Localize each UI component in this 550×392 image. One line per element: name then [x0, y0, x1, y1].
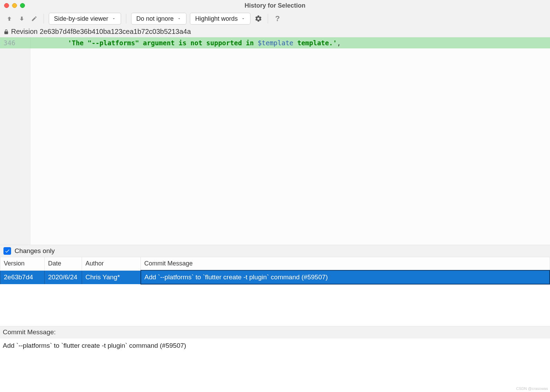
- code-token-plain: ,: [337, 39, 341, 47]
- chevron-down-icon: [241, 17, 245, 21]
- help-icon: ?: [275, 14, 279, 23]
- minimize-window-button[interactable]: [12, 3, 17, 8]
- commit-message-label: Commit Message:: [0, 326, 550, 338]
- commit-message-body: Add `--platforms` to `flutter create -t …: [0, 338, 550, 386]
- code-token-variable: $template: [258, 39, 293, 47]
- revision-hash: 2e63b7d4f8e36b410ba123cea1b72c03b5213a4a: [40, 28, 191, 36]
- close-window-button[interactable]: [4, 3, 9, 8]
- code-token-string: 'The "--platforms" argument is not suppo…: [68, 39, 258, 47]
- diff-line[interactable]: 346 'The "--platforms" argument is not s…: [0, 37, 550, 48]
- maximize-window-button[interactable]: [20, 3, 25, 8]
- ignore-mode-select[interactable]: Do not ignore: [131, 13, 186, 25]
- viewer-mode-label: Side-by-side viewer: [54, 15, 108, 22]
- highlight-mode-label: Highlight words: [195, 15, 238, 22]
- divider: [126, 14, 126, 24]
- table-row[interactable]: 2e63b7d4 2020/6/24 Chris Yang* Add `--pl…: [0, 270, 550, 284]
- code-token-string: template.': [293, 39, 337, 47]
- highlight-mode-select[interactable]: Highlight words: [190, 13, 250, 25]
- pencil-icon: [31, 16, 37, 22]
- changes-only-checkbox[interactable]: [3, 247, 11, 255]
- gutter: [0, 48, 30, 245]
- window-controls: [4, 3, 25, 8]
- diff-empty-area: [30, 48, 550, 245]
- arrow-up-icon: [6, 16, 12, 22]
- changes-only-label: Changes only: [15, 247, 55, 255]
- col-author[interactable]: Author: [82, 257, 141, 271]
- table-header-row: Version Date Author Commit Message: [0, 257, 550, 271]
- help-button[interactable]: ?: [273, 14, 282, 23]
- diff-viewer[interactable]: 346 'The "--platforms" argument is not s…: [0, 37, 550, 245]
- cell-date: 2020/6/24: [45, 270, 82, 284]
- watermark: CSDN @crasowas: [0, 386, 550, 392]
- cell-version: 2e63b7d4: [0, 270, 45, 284]
- code-content: 'The "--platforms" argument is not suppo…: [30, 37, 550, 48]
- history-table: Version Date Author Commit Message 2e63b…: [0, 257, 550, 284]
- col-version[interactable]: Version: [0, 257, 45, 271]
- settings-button[interactable]: [254, 14, 263, 23]
- chevron-down-icon: [177, 17, 181, 21]
- line-number: 346: [0, 37, 30, 48]
- viewer-mode-select[interactable]: Side-by-side viewer: [49, 13, 121, 25]
- edit-button[interactable]: [30, 14, 39, 23]
- titlebar: History for Selection: [0, 0, 550, 11]
- divider: [44, 14, 44, 24]
- gear-icon: [255, 15, 262, 22]
- toolbar: Side-by-side viewer Do not ignore Highli…: [0, 11, 550, 26]
- chevron-down-icon: [112, 17, 116, 21]
- divider: [268, 14, 268, 24]
- check-icon: [4, 248, 10, 254]
- revision-label: Revision: [11, 28, 38, 36]
- ignore-mode-label: Do not ignore: [136, 15, 174, 22]
- col-date[interactable]: Date: [45, 257, 82, 271]
- next-change-button[interactable]: [17, 14, 26, 23]
- lock-icon: [3, 29, 9, 35]
- revision-bar: Revision 2e63b7d4f8e36b410ba123cea1b72c0…: [0, 26, 550, 37]
- col-message[interactable]: Commit Message: [141, 257, 550, 271]
- prev-change-button[interactable]: [5, 14, 14, 23]
- table-empty-area: [0, 284, 550, 326]
- arrow-down-icon: [19, 16, 25, 22]
- window-title: History for Selection: [0, 2, 550, 9]
- cell-message: Add `--platforms` to `flutter create -t …: [141, 270, 550, 284]
- cell-author: Chris Yang*: [82, 270, 141, 284]
- filter-row: Changes only: [0, 245, 550, 257]
